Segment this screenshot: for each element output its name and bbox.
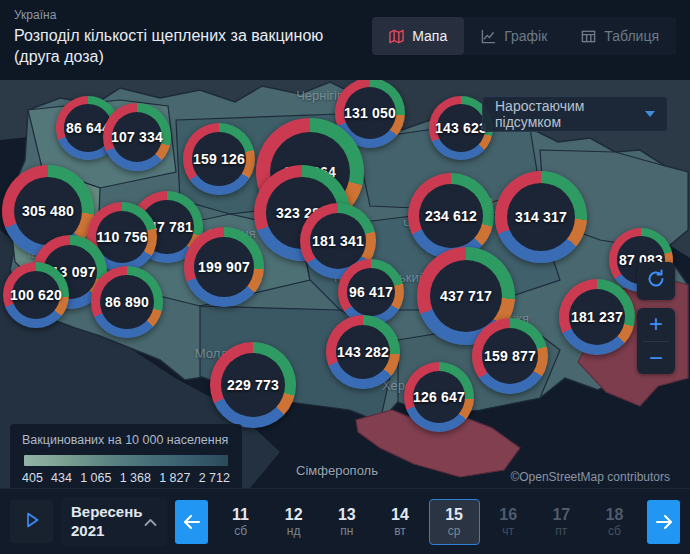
donut-value: 314 317 xyxy=(515,209,567,225)
month-label: Вересень 2021 xyxy=(71,503,142,541)
legend-value: 1 368 xyxy=(120,471,151,485)
tab-map-label: Мапа xyxy=(412,28,447,44)
legend-value: 434 xyxy=(51,471,72,485)
donut-value: 199 907 xyxy=(198,259,250,275)
day-number: 15 xyxy=(445,505,463,524)
region-donut-chart[interactable]: 229 773 xyxy=(210,342,296,428)
day-number: 16 xyxy=(499,505,517,524)
year-label: 2021 xyxy=(71,522,142,541)
donut-value: 143 282 xyxy=(337,344,389,360)
chevron-down-icon xyxy=(645,111,655,117)
day-cell-15[interactable]: 15ср xyxy=(429,499,480,545)
month-selector[interactable]: Вересень 2021 xyxy=(61,497,167,547)
donut-value: 234 612 xyxy=(425,208,477,224)
day-of-week: ср xyxy=(448,524,461,538)
zoom-out-button[interactable]: − xyxy=(637,341,675,374)
map-region-label: Сімферополь xyxy=(296,463,378,478)
region-donut-chart[interactable]: 159 877 xyxy=(472,318,548,394)
legend-values: 4054341 0651 3681 8272 712 xyxy=(22,471,230,485)
legend-title: Вакцинованих на 10 000 населення xyxy=(22,433,230,447)
page-title: Розподіл кількості щеплених за вакциною … xyxy=(14,25,372,67)
donut-value: 229 773 xyxy=(227,377,279,393)
region-donut-chart[interactable]: 107 334 xyxy=(103,103,171,171)
donut-value: 181 341 xyxy=(312,233,364,249)
day-number: 18 xyxy=(606,505,624,524)
donut-value: 305 480 xyxy=(22,203,74,219)
mode-dropdown[interactable]: Наростаючим підсумком xyxy=(482,96,668,132)
region-donut-chart[interactable]: 126 647 xyxy=(404,362,474,432)
next-day-button[interactable] xyxy=(647,500,680,544)
region-donut-chart[interactable]: 159 126 xyxy=(183,123,255,195)
header: Україна Розподіл кількості щеплених за в… xyxy=(0,0,690,80)
day-cell-14[interactable]: 14вт xyxy=(375,499,424,545)
view-tabs: Мапа Графік Таблиця xyxy=(372,17,676,55)
map-canvas[interactable]: ЛуцькЧернігівТернопільВінницяЧеркасиПолт… xyxy=(0,80,690,488)
day-number: 13 xyxy=(338,505,356,524)
map-icon xyxy=(389,29,404,44)
day-number: 11 xyxy=(232,505,249,524)
donut-value: 181 237 xyxy=(571,309,623,325)
mode-dropdown-value: Наростаючим підсумком xyxy=(495,98,645,130)
play-icon xyxy=(22,510,42,534)
breadcrumb[interactable]: Україна xyxy=(14,8,372,22)
tab-table-label: Таблиця xyxy=(604,28,659,44)
table-icon xyxy=(581,29,596,44)
day-cell-12[interactable]: 12нд xyxy=(269,499,318,545)
legend-value: 1 827 xyxy=(159,471,190,485)
legend-value: 2 712 xyxy=(199,471,230,485)
legend-value: 405 xyxy=(22,471,43,485)
donut-value: 437 717 xyxy=(440,288,492,304)
day-cell-11[interactable]: 11сб xyxy=(216,499,265,545)
region-donut-chart[interactable]: 100 620 xyxy=(3,262,69,328)
refresh-button[interactable] xyxy=(637,262,675,300)
zoom-controls: + − xyxy=(637,308,675,374)
donut-value: 159 126 xyxy=(193,151,245,167)
day-cell-17[interactable]: 17пт xyxy=(537,499,586,545)
day-of-week: нд xyxy=(287,524,301,538)
tab-map[interactable]: Мапа xyxy=(372,17,464,55)
day-cell-13[interactable]: 13пн xyxy=(322,499,371,545)
tab-chart[interactable]: Графік xyxy=(464,17,564,55)
day-of-week: вт xyxy=(394,524,406,538)
header-titles: Україна Розподіл кількості щеплених за в… xyxy=(14,8,372,67)
region-donut-chart[interactable]: 199 907 xyxy=(184,227,264,307)
region-donut-chart[interactable]: 86 890 xyxy=(91,266,163,338)
day-strip: 11сб12нд13пн14вт15ср16чт17пт18сб xyxy=(216,499,639,545)
day-of-week: сб xyxy=(234,524,247,538)
legend-value: 1 065 xyxy=(80,471,111,485)
map-attribution[interactable]: ©OpenStreetMap contributors xyxy=(510,470,670,484)
region-donut-chart[interactable]: 181 237 xyxy=(559,279,635,355)
day-number: 14 xyxy=(391,505,409,524)
play-button[interactable] xyxy=(10,500,53,543)
day-number: 17 xyxy=(552,505,570,524)
refresh-icon xyxy=(645,268,667,294)
day-of-week: сб xyxy=(608,524,621,538)
map-legend: Вакцинованих на 10 000 населення 4054341… xyxy=(10,424,242,488)
legend-gradient-bar xyxy=(24,455,228,466)
zoom-in-button[interactable]: + xyxy=(637,308,675,341)
day-of-week: чт xyxy=(502,524,514,538)
donut-value: 143 623 xyxy=(435,120,487,136)
timeline-bar: Вересень 2021 11сб12нд13пн14вт15ср16чт17… xyxy=(0,488,690,554)
day-cell-18[interactable]: 18сб xyxy=(590,499,639,545)
day-of-week: пт xyxy=(555,524,567,538)
donut-value: 107 334 xyxy=(111,129,163,145)
month-name: Вересень xyxy=(71,503,142,522)
prev-day-button[interactable] xyxy=(175,500,208,544)
region-donut-chart[interactable]: 143 282 xyxy=(326,315,400,389)
tab-table[interactable]: Таблиця xyxy=(564,17,676,55)
donut-value: 126 647 xyxy=(413,389,465,405)
line-chart-icon xyxy=(481,29,496,44)
donut-value: 159 877 xyxy=(484,348,536,364)
chevron-up-icon xyxy=(144,513,157,531)
donut-value: 96 417 xyxy=(349,284,393,300)
day-cell-16[interactable]: 16чт xyxy=(484,499,533,545)
day-number: 12 xyxy=(285,505,303,524)
tab-chart-label: Графік xyxy=(504,28,547,44)
donut-value: 86 890 xyxy=(105,294,149,310)
day-of-week: пн xyxy=(340,524,353,538)
donut-value: 100 620 xyxy=(10,287,62,303)
